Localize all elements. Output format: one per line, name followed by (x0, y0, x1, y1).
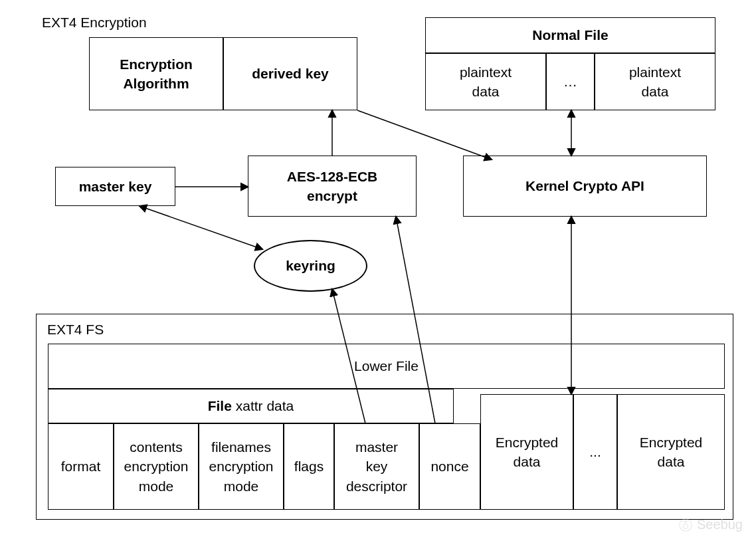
ext4fs-title: EXT4 FS (47, 320, 104, 339)
col-encrypted-1: Encrypted data (480, 394, 573, 510)
derived-key-box: derived key (223, 37, 357, 110)
keyring-ellipse: keyring (254, 240, 367, 292)
plaintext-cell-1: plaintext data (425, 53, 546, 110)
svg-point-8 (680, 518, 692, 530)
encryption-algorithm-box: Encryption Algorithm (89, 37, 223, 110)
plaintext-cell-mid: … (546, 53, 595, 110)
col-filenames: filenames encryption mode (199, 423, 284, 510)
svg-point-9 (683, 524, 688, 528)
lower-file-header: Lower File (48, 344, 725, 389)
col-nonce: nonce (419, 423, 480, 510)
normal-file-title: Normal File (425, 17, 715, 53)
kernel-crypto-box: Kernel Crypto API (463, 156, 707, 217)
master-key-box: master key (55, 167, 175, 206)
plaintext-cell-3: plaintext data (595, 53, 715, 110)
svg-line-3 (357, 110, 492, 160)
svg-line-2 (140, 206, 262, 249)
page-title: EXT4 Encryption (42, 15, 147, 31)
col-master-key-descriptor: master key descriptor (334, 423, 419, 510)
col-format: format (48, 423, 114, 510)
file-xattr-label: File xattr data (48, 389, 454, 423)
col-encrypted-2: Encrypted data (617, 394, 725, 510)
col-dots: ... (573, 394, 617, 510)
col-flags: flags (284, 423, 334, 510)
col-contents: contents encryption mode (114, 423, 199, 510)
aes-box: AES-128-ECB encrypt (248, 156, 417, 217)
